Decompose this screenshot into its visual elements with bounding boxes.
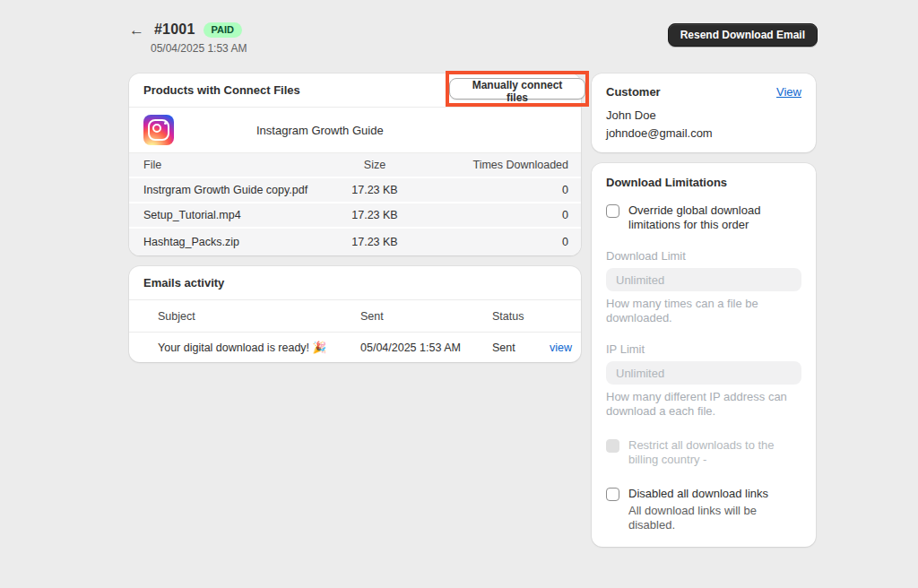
products-card-title: Products with Connect Files: [143, 83, 300, 97]
subject-column-header: Subject: [158, 310, 360, 323]
override-limitations-row: Override global download limitations for…: [606, 203, 801, 232]
file-row: Instrgram Growth Guide copy.pdf 17.23 KB…: [129, 178, 581, 203]
times-downloaded-column-header: Times Downloaded: [429, 159, 570, 171]
product-name: Instagram Growth Guide: [256, 124, 384, 137]
file-size: 17.23 KB: [321, 209, 429, 221]
file-name: Instrgram Growth Guide copy.pdf: [143, 184, 321, 196]
file-name: Hashtag_Packs.zip: [143, 236, 321, 248]
file-times-downloaded: 0: [429, 236, 570, 248]
disable-download-links-help: All download links will be disabled.: [628, 504, 801, 532]
order-number: #1001: [154, 22, 195, 38]
disable-download-links-row: Disabled all download links All download…: [606, 487, 801, 532]
right-column: Customer View John Doe johndoe@gmail.com…: [592, 74, 816, 547]
download-limit-label: Download Limit: [606, 249, 801, 263]
file-size: 17.23 KB: [321, 236, 429, 248]
emails-activity-card: Emails activity Subject Sent Status Your…: [129, 266, 581, 362]
product-row: Instagram Growth Guide: [129, 107, 581, 152]
sent-column-header: Sent: [360, 310, 492, 323]
customer-card: Customer View John Doe johndoe@gmail.com: [592, 74, 816, 152]
email-row: Your digital download is ready! 🎉 05/04/…: [129, 333, 581, 362]
ip-limit-help: How many different IP address can downlo…: [606, 390, 801, 419]
left-column: Products with Connect Files Manually con…: [129, 74, 581, 362]
emails-card-title: Emails activity: [143, 276, 224, 290]
disable-download-links-checkbox[interactable]: [606, 488, 619, 501]
download-limit-input[interactable]: [606, 268, 801, 291]
email-view-link[interactable]: view: [550, 342, 572, 354]
resend-download-email-button[interactable]: Resend Download Email: [668, 23, 818, 47]
download-limit-help: How many times can a file be downloaded.: [606, 297, 801, 325]
order-header: ← #1001 PAID 05/04/2025 1:53 AM: [129, 22, 247, 55]
order-title-row: ← #1001 PAID: [129, 22, 247, 38]
customer-card-header: Customer View: [606, 85, 801, 99]
paid-status-badge: PAID: [204, 22, 242, 38]
limitations-card-title: Download Limitations: [606, 176, 801, 189]
file-size: 17.23 KB: [321, 184, 429, 196]
restrict-billing-country-row: Restrict all downloads to the billing co…: [606, 438, 801, 467]
red-annotation-highlight: Manually connect files: [446, 71, 589, 107]
emails-table-header: Subject Sent Status: [129, 300, 581, 333]
customer-card-title: Customer: [606, 85, 661, 99]
customer-name: John Doe: [606, 108, 801, 122]
emails-card-header: Emails activity: [129, 266, 581, 299]
email-status: Sent: [492, 342, 550, 354]
order-date: 05/04/2025 1:53 AM: [151, 42, 247, 55]
emails-table: Subject Sent Status Your digital downloa…: [129, 299, 581, 362]
back-arrow-icon[interactable]: ←: [129, 22, 146, 38]
email-sent-date: 05/04/2025 1:53 AM: [360, 342, 492, 354]
file-times-downloaded: 0: [429, 184, 570, 196]
size-column-header: Size: [321, 159, 429, 171]
customer-email: johndoe@gmail.com: [606, 126, 801, 140]
file-times-downloaded: 0: [429, 209, 570, 221]
page-header: ← #1001 PAID 05/04/2025 1:53 AM Resend D…: [129, 22, 818, 55]
override-limitations-checkbox[interactable]: [606, 204, 619, 218]
restrict-billing-country-label: Restrict all downloads to the billing co…: [628, 438, 801, 467]
products-card-header: Products with Connect Files Manually con…: [129, 74, 581, 107]
disable-download-links-label: Disabled all download links: [628, 487, 768, 500]
file-row: Hashtag_Packs.zip 17.23 KB 0: [129, 229, 581, 255]
file-name: Setup_Tutorial.mp4: [143, 209, 321, 221]
order-detail-page: ← #1001 PAID 05/04/2025 1:53 AM Resend D…: [129, 0, 818, 588]
customer-view-link[interactable]: View: [776, 85, 801, 99]
ip-limit-input[interactable]: [606, 361, 801, 385]
disable-download-links-text: Disabled all download links All download…: [628, 487, 801, 532]
instagram-icon-lens: [152, 124, 161, 133]
instagram-icon: [143, 115, 174, 145]
files-table-header: File Size Times Downloaded: [129, 153, 581, 178]
file-column-header: File: [143, 159, 321, 171]
download-limitations-card: Download Limitations Override global dow…: [592, 163, 816, 547]
file-row: Setup_Tutorial.mp4 17.23 KB 0: [129, 203, 581, 229]
ip-limit-label: IP Limit: [606, 342, 801, 356]
email-subject: Your digital download is ready! 🎉: [158, 341, 360, 354]
products-card: Products with Connect Files Manually con…: [129, 74, 581, 255]
status-column-header: Status: [492, 310, 550, 323]
restrict-billing-country-checkbox: [606, 439, 619, 453]
manually-connect-files-button[interactable]: Manually connect files: [449, 78, 585, 99]
files-table: File Size Times Downloaded Instrgram Gro…: [129, 152, 581, 255]
instagram-icon-dot: [164, 122, 167, 125]
main-grid: Products with Connect Files Manually con…: [129, 74, 818, 547]
override-limitations-label: Override global download limitations for…: [628, 203, 801, 232]
